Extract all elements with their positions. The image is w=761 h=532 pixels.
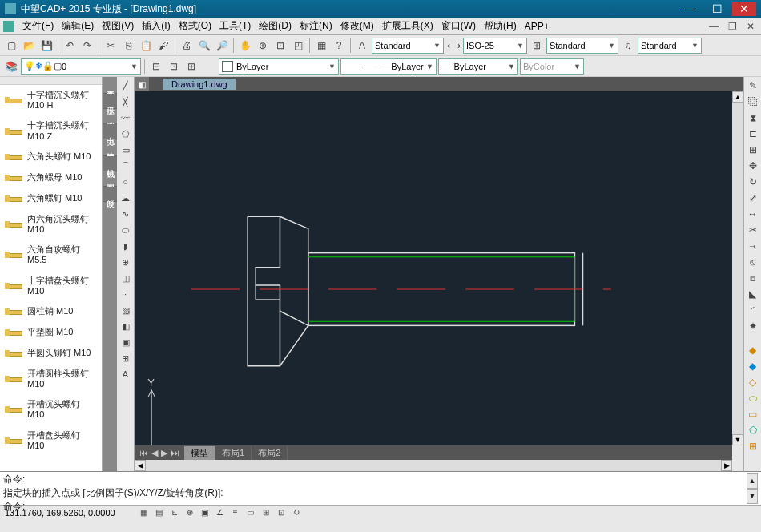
hscroll-right-icon[interactable]: ▶ xyxy=(721,460,732,471)
vscroll[interactable]: ▲ ▼ xyxy=(732,77,743,471)
lwt-icon[interactable]: ≡ xyxy=(229,507,242,518)
insert-icon[interactable]: ⊕ xyxy=(119,255,133,269)
color-combo[interactable]: ByLayer▼ xyxy=(219,58,339,75)
pline-icon[interactable]: 〰 xyxy=(119,111,133,125)
menu-view[interactable]: 视图(V) xyxy=(99,18,137,34)
menu-help[interactable]: 帮助(H) xyxy=(481,18,520,34)
sc-icon[interactable]: ⊡ xyxy=(275,507,288,518)
tab-layout2[interactable]: 布局2 xyxy=(252,446,288,460)
dimstyle-combo[interactable]: ISO-25▼ xyxy=(463,38,527,54)
tool2-icon[interactable]: ◆ xyxy=(746,359,760,373)
hscroll-left-icon[interactable]: ◀ xyxy=(135,460,146,471)
vtab-5[interactable]: 机械 xyxy=(103,156,117,171)
layer-iso-icon[interactable]: ⊞ xyxy=(183,58,199,75)
mdi-restore[interactable]: ❐ xyxy=(725,21,740,32)
menu-modify[interactable]: 修改(M) xyxy=(337,18,377,34)
zoomwin-icon[interactable]: ◰ xyxy=(290,38,306,54)
layer-state-icon[interactable]: ⊡ xyxy=(166,58,182,75)
tab-next-icon[interactable]: ▶ xyxy=(159,448,169,458)
dyn-icon[interactable]: ⊞ xyxy=(260,507,272,518)
revcloud-icon[interactable]: ☁ xyxy=(119,191,133,205)
mtext-icon[interactable]: A xyxy=(119,367,133,381)
trim-icon[interactable]: ✂ xyxy=(746,223,760,237)
menu-express[interactable]: 扩展工具(X) xyxy=(379,18,437,34)
vtab-0[interactable]: 命令工具 xyxy=(103,77,117,94)
vtab-6[interactable]: 图层 xyxy=(103,171,117,187)
tab-model[interactable]: 模型 xyxy=(184,446,215,460)
close-button[interactable]: ✕ xyxy=(732,2,756,16)
arc-icon[interactable]: ⌒ xyxy=(119,159,133,173)
join-icon[interactable]: ⧈ xyxy=(746,271,760,285)
save-icon[interactable]: 💾 xyxy=(38,38,54,54)
part-item-7[interactable]: 十字槽盘头螺钉 M10 xyxy=(0,271,102,301)
rotate-icon[interactable]: ↻ xyxy=(746,175,760,189)
mlstyle-combo[interactable]: Standard▼ xyxy=(638,38,702,54)
gradient-icon[interactable]: ◧ xyxy=(119,319,133,333)
spline-icon[interactable]: ∿ xyxy=(119,207,133,221)
tool6-icon[interactable]: ⬠ xyxy=(746,423,760,437)
vscroll-down-icon[interactable]: ▼ xyxy=(732,434,743,445)
part-item-9[interactable]: 平垫圈 M10 xyxy=(0,322,102,343)
tablestyle-combo[interactable]: Standard▼ xyxy=(546,38,618,54)
preview-icon[interactable]: 🔍 xyxy=(196,38,212,54)
ortho-icon[interactable]: ⊾ xyxy=(168,507,181,518)
part-item-2[interactable]: 六角头螺钉 M10 xyxy=(0,147,102,167)
block-icon[interactable]: ◫ xyxy=(119,271,133,285)
scale-icon[interactable]: ⤢ xyxy=(746,191,760,205)
break-icon[interactable]: ⎋ xyxy=(746,255,760,269)
copy2-icon[interactable]: ⿻ xyxy=(746,95,760,109)
part-item-3[interactable]: 六角螺母 M10 xyxy=(0,167,102,188)
array-icon[interactable]: ⊞ xyxy=(746,143,760,157)
drawing-canvas[interactable]: X Y xyxy=(135,91,732,445)
part-item-6[interactable]: 六角自攻螺钉 M5.5 xyxy=(0,240,102,270)
mdi-minimize[interactable]: — xyxy=(706,21,722,32)
explode-icon[interactable]: ✷ xyxy=(746,319,760,333)
layer-combo[interactable]: 💡❄🔒▢ 0▼ xyxy=(21,58,141,75)
move-icon[interactable]: ✥ xyxy=(746,159,760,173)
table-icon[interactable]: ⊞ xyxy=(119,351,133,365)
cut-icon[interactable]: ✂ xyxy=(103,38,119,54)
textstyle-icon[interactable]: A xyxy=(354,38,370,54)
tab-first-icon[interactable]: ⏮ xyxy=(138,448,150,458)
minimize-button[interactable]: — xyxy=(678,2,702,16)
part-item-4[interactable]: 六角螺钉 M10 xyxy=(0,188,102,209)
document-tab[interactable]: Drawing1.dwg xyxy=(163,79,236,90)
open-icon[interactable]: 📂 xyxy=(21,38,37,54)
tool4-icon[interactable]: ⬭ xyxy=(746,391,760,405)
zoomext-icon[interactable]: ⊡ xyxy=(272,38,288,54)
point-icon[interactable]: · xyxy=(119,287,133,301)
circle-icon[interactable]: ○ xyxy=(119,175,133,189)
menu-tools[interactable]: 工具(T) xyxy=(216,18,254,34)
cmd-scroll[interactable]: ▲▼ xyxy=(747,473,758,504)
mlstyle-icon[interactable]: ♫ xyxy=(620,38,636,54)
linetype-combo[interactable]: ───── ByLayer▼ xyxy=(340,58,437,75)
polygon-icon[interactable]: ⬠ xyxy=(119,127,133,141)
menu-dim[interactable]: 标注(N) xyxy=(296,18,336,34)
rect-icon[interactable]: ▭ xyxy=(119,143,133,157)
doc-tab-menu[interactable]: ◧ xyxy=(135,77,149,91)
ellipsearc-icon[interactable]: ◗ xyxy=(119,239,133,253)
menu-app[interactable]: APP+ xyxy=(521,19,553,34)
print-icon[interactable]: 🖨 xyxy=(179,38,195,54)
match-icon[interactable]: 🖌 xyxy=(155,38,171,54)
vtab-4[interactable]: 建筑图库 xyxy=(103,139,117,156)
vtab-2[interactable]: 选图 xyxy=(103,109,117,124)
tab-layout1[interactable]: 布局1 xyxy=(215,446,252,460)
paste-icon[interactable]: 📋 xyxy=(138,38,154,54)
redo-icon[interactable]: ↷ xyxy=(79,38,95,54)
part-item-13[interactable]: 开槽盘头螺钉 M10 xyxy=(0,425,102,456)
vscroll-up-icon[interactable]: ▲ xyxy=(732,91,743,103)
xline-icon[interactable]: ╳ xyxy=(119,95,133,109)
tab-last-icon[interactable]: ⏭ xyxy=(169,448,181,458)
ellipse-icon[interactable]: ⬭ xyxy=(119,223,133,237)
grid-icon[interactable]: ▦ xyxy=(313,38,329,54)
fillet-icon[interactable]: ◜ xyxy=(746,303,760,317)
tool7-icon[interactable]: ⊞ xyxy=(746,439,760,453)
menu-format[interactable]: 格式(O) xyxy=(175,18,215,34)
help-icon[interactable]: ? xyxy=(331,38,347,54)
chamfer-icon[interactable]: ◣ xyxy=(746,287,760,301)
tool3-icon[interactable]: ◇ xyxy=(746,375,760,389)
menu-file[interactable]: 文件(F) xyxy=(19,18,57,34)
app-menu-icon[interactable] xyxy=(3,21,14,32)
hatch-icon[interactable]: ▨ xyxy=(119,303,133,317)
